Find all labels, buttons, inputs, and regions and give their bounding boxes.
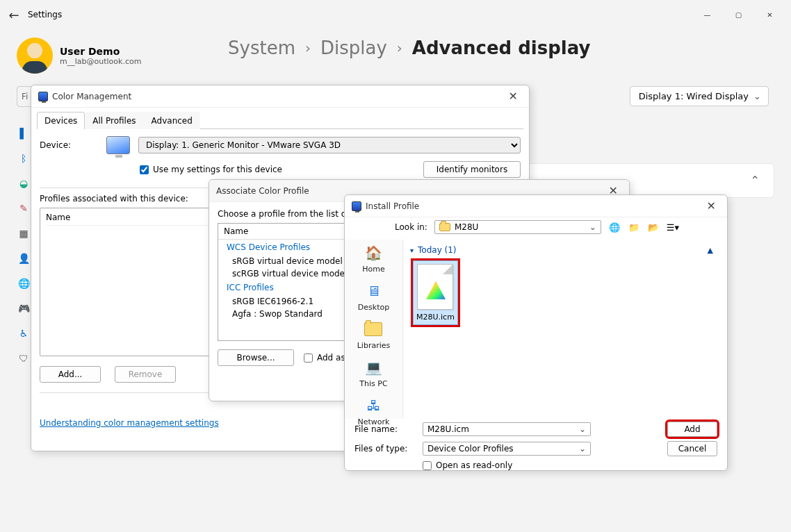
close-button[interactable]: ✕ — [754, 4, 785, 25]
privacy-icon[interactable]: 🛡 — [17, 351, 31, 365]
avatar — [17, 38, 53, 74]
sidebar-network[interactable]: 🖧 Network — [358, 397, 390, 426]
gaming-icon[interactable]: 🎮 — [17, 301, 31, 315]
back-button[interactable]: ← — [6, 6, 22, 23]
install-sidebar: 🏠 Home 🖥 Desktop Libraries 💻 This PC 🖧 N… — [345, 240, 403, 419]
collapse-group-icon[interactable]: ▲ — [708, 246, 713, 255]
up-folder-icon[interactable]: 📁 — [628, 221, 640, 233]
window-title: Settings — [28, 10, 62, 19]
open-readonly-checkbox[interactable]: Open as read-only — [423, 460, 717, 470]
chevron-right-icon: › — [305, 40, 311, 56]
minimize-button[interactable]: — — [692, 4, 723, 25]
associate-title: Associate Color Profile — [216, 186, 309, 196]
apps-icon[interactable]: ▦ — [17, 226, 31, 240]
crumb-system[interactable]: System — [228, 38, 295, 58]
system-icon[interactable]: ▌ — [17, 126, 31, 140]
file-name-label: M28U.icm — [416, 313, 455, 322]
window-controls: — ▢ ✕ — [692, 4, 785, 25]
look-in-select[interactable]: M28U ⌄ — [434, 220, 601, 234]
sidebar-libraries[interactable]: Libraries — [357, 320, 391, 350]
accounts-icon[interactable]: 👤 — [17, 251, 31, 265]
add-as-input[interactable] — [304, 354, 313, 363]
add-button[interactable]: Add... — [40, 366, 101, 383]
open-readonly-input[interactable] — [423, 461, 432, 470]
tab-advanced[interactable]: Advanced — [144, 112, 200, 129]
monitor-icon — [352, 201, 361, 211]
icc-profile-icon — [417, 264, 453, 310]
home-icon: 🏠 — [363, 244, 384, 262]
user-name: User Demo — [60, 46, 141, 57]
install-toolbar: Look in: M28U ⌄ 🌐 📁 📂 ☰▾ — [345, 217, 727, 240]
svg-marker-0 — [426, 281, 446, 299]
file-type-select[interactable]: Device Color Profiles ⌄ — [423, 442, 591, 456]
chevron-right-icon: › — [397, 40, 402, 56]
use-my-settings-checkbox[interactable]: Use my settings for this device — [140, 165, 282, 174]
display-selector-label: Display 1: Wired Display — [639, 91, 749, 101]
network-icon: 🖧 — [364, 397, 384, 415]
breadcrumb: System › Display › Advanced display — [228, 38, 774, 58]
remove-button[interactable]: Remove — [115, 366, 176, 383]
sidebar-home[interactable]: 🏠 Home — [362, 244, 384, 274]
add-as-checkbox[interactable]: Add as — [304, 353, 345, 363]
monitor-icon — [38, 92, 48, 101]
look-in-value: M28U — [455, 222, 478, 232]
add-button[interactable]: Add — [667, 422, 717, 437]
time-language-icon[interactable]: 🌐 — [17, 276, 31, 290]
user-email: m__lab@outlook.com — [60, 57, 141, 66]
network-icon[interactable]: ◒ — [17, 176, 31, 190]
device-select[interactable]: Display: 1. Generic Monitor - VMware SVG… — [138, 137, 521, 153]
crumb-display[interactable]: Display — [320, 38, 387, 58]
monitor-icon — [106, 136, 130, 154]
understanding-link[interactable]: Understanding color management settings — [40, 418, 219, 428]
thispc-icon: 💻 — [363, 358, 384, 376]
crumb-advanced-display: Advanced display — [412, 38, 591, 58]
user-block[interactable]: User Demo m__lab@outlook.com — [17, 38, 211, 74]
folder-icon — [439, 223, 450, 231]
install-title: Install Profile — [366, 201, 419, 211]
file-list[interactable]: ▾ Today (1) ▲ M28U.icm — [403, 240, 727, 419]
install-profile-window: Install Profile ✕ Look in: M28U ⌄ 🌐 📁 📂 … — [344, 194, 728, 471]
personalization-icon[interactable]: ✎ — [17, 201, 31, 215]
file-name-input[interactable]: M28U.icm ⌄ — [423, 422, 591, 436]
libraries-icon — [363, 320, 384, 338]
color-management-tabs: Devices All Profiles Advanced — [37, 112, 523, 129]
close-icon[interactable]: ✕ — [505, 90, 522, 103]
tab-devices[interactable]: Devices — [37, 112, 85, 129]
bluetooth-icon[interactable]: ᛒ — [17, 151, 31, 165]
cancel-button[interactable]: Cancel — [667, 441, 717, 456]
browse-button[interactable]: Browse... — [218, 349, 294, 366]
color-management-title: Color Management — [52, 92, 131, 101]
file-group-header[interactable]: ▾ Today (1) ▲ — [410, 244, 720, 256]
sidebar-thispc[interactable]: 💻 This PC — [359, 358, 387, 388]
close-icon[interactable]: ✕ — [703, 199, 720, 213]
view-menu-icon[interactable]: ☰▾ — [667, 221, 679, 233]
tab-all-profiles[interactable]: All Profiles — [85, 112, 143, 129]
file-name-label: File name: — [354, 424, 416, 434]
install-titlebar[interactable]: Install Profile ✕ — [345, 195, 727, 217]
chevron-down-icon: ⌄ — [579, 424, 586, 434]
chevron-up-icon: ⌃ — [751, 174, 760, 187]
file-item-m28u[interactable]: M28U.icm — [413, 260, 458, 325]
chevron-down-icon: ⌄ — [589, 222, 596, 232]
sidebar-desktop[interactable]: 🖥 Desktop — [358, 282, 389, 312]
device-label: Device: — [40, 140, 98, 150]
identify-monitors-button[interactable]: Identify monitors — [423, 161, 521, 178]
maximize-button[interactable]: ▢ — [723, 4, 754, 25]
use-my-settings-input[interactable] — [140, 165, 149, 174]
desktop-icon: 🖥 — [364, 282, 384, 300]
color-management-titlebar[interactable]: Color Management ✕ — [31, 85, 529, 108]
accessibility-icon[interactable]: ♿ — [17, 326, 31, 340]
new-folder-icon[interactable]: 📂 — [647, 221, 660, 233]
back-nav-icon[interactable]: 🌐 — [608, 221, 621, 233]
display-selector[interactable]: Display 1: Wired Display — [630, 86, 769, 106]
window-titlebar: ← Settings — ▢ ✕ — [0, 0, 791, 29]
chevron-down-icon: ⌄ — [579, 444, 586, 454]
look-in-label: Look in: — [395, 222, 427, 232]
file-type-label: Files of type: — [354, 444, 416, 454]
